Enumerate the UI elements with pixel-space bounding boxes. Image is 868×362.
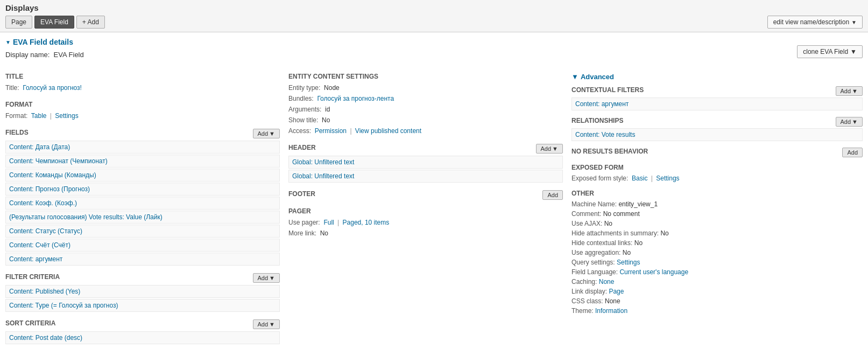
edit-view-name-button[interactable]: edit view name/description ▼ — [767, 16, 863, 29]
tab-eva-field[interactable]: EVA Field — [34, 16, 74, 29]
eva-field-details-title: ▼ EVA Field details — [5, 38, 84, 46]
title-row: Title: Голосуй за прогноз! — [5, 82, 280, 93]
access-view-published-link[interactable]: View published content — [355, 127, 421, 135]
no-results-header: NO RESULTS BEHAVIOR Add — [571, 148, 863, 157]
list-item[interactable]: Content: Счёт (Счёт) — [5, 239, 280, 252]
table-row: Hide attachments in summary: No — [571, 228, 863, 238]
middle-column: ENTITY CONTENT SETTINGS Entity type: Nod… — [288, 73, 563, 352]
format-section: FORMAT Format: Table | Settings — [5, 101, 280, 121]
access-row: Access: Permission | View published cont… — [288, 126, 563, 136]
columns-wrapper: TITLE Title: Голосуй за прогноз! FORMAT … — [5, 73, 863, 352]
filter-criteria-add-button[interactable]: Add ▼ — [253, 273, 280, 283]
entity-content-heading: ENTITY CONTENT SETTINGS — [288, 73, 563, 80]
footer-section-header: FOOTER Add — [288, 190, 563, 200]
filter-list: Content: Published (Yes)Content: Type (=… — [5, 285, 280, 312]
bundles-link[interactable]: Голосуй за прогноз-лента — [317, 95, 394, 102]
exposed-form-basic-link[interactable]: Basic — [632, 175, 647, 182]
format-table-link[interactable]: Table — [31, 112, 47, 120]
table-row: Machine Name: entity_view_1 — [571, 199, 863, 209]
table-row: Use AJAX: No — [571, 219, 863, 228]
other-value-link[interactable]: Settings — [617, 259, 640, 266]
footer-heading: FOOTER — [288, 190, 315, 198]
exposed-form-section: EXPOSED FORM Exposed form style: Basic |… — [571, 164, 863, 183]
header-add-button[interactable]: Add ▼ — [536, 144, 563, 154]
other-value-link[interactable]: Current user's language — [619, 268, 688, 276]
main-content: ▼ EVA Field details Display name: EVA Fi… — [0, 32, 868, 357]
clone-eva-field-button[interactable]: clone EVA Field ▼ — [797, 45, 863, 58]
other-value: No — [604, 220, 612, 227]
pager-paged-link[interactable]: Paged, 10 items — [343, 219, 390, 226]
table-row: Theme: Information — [571, 306, 863, 316]
format-row: Format: Table | Settings — [5, 110, 280, 121]
other-value: No — [634, 239, 643, 247]
access-permission-link[interactable]: Permission — [315, 127, 347, 135]
relationships-header: RELATIONSHIPS Add ▼ — [571, 117, 863, 127]
list-item[interactable]: Content: Published (Yes) — [5, 285, 280, 298]
filter-criteria-header: FILTER CRITERIA Add ▼ — [5, 273, 280, 283]
table-row: Comment: No comment — [571, 209, 863, 219]
no-results-add-button[interactable]: Add — [842, 148, 863, 157]
list-item[interactable]: Content: Post date (desc) — [5, 331, 280, 344]
sort-criteria-header: SORT CRITERIA Add ▼ — [5, 319, 280, 329]
left-column: TITLE Title: Голосуй за прогноз! FORMAT … — [5, 73, 280, 352]
chevron-down-icon: ▼ — [269, 321, 275, 328]
list-item[interactable]: Content: Статус (Статус) — [5, 225, 280, 238]
format-settings-link[interactable]: Settings — [55, 112, 78, 120]
footer-add-button[interactable]: Add — [542, 190, 563, 200]
other-value-link[interactable]: Page — [609, 288, 624, 295]
eva-field-details-block: ▼ EVA Field details Display name: EVA Fi… — [5, 38, 84, 65]
chevron-down-icon: ▼ — [851, 19, 857, 25]
table-row: Caching: None — [571, 277, 863, 287]
other-value: entity_view_1 — [618, 200, 658, 208]
relationships-section: RELATIONSHIPS Add ▼ Content: Vote result… — [571, 117, 863, 141]
sort-criteria-add-button[interactable]: Add ▼ — [253, 319, 280, 329]
list-item[interactable]: Content: Чемпионат (Чемпионат) — [5, 155, 280, 168]
relationships-item[interactable]: Content: Vote results — [571, 128, 863, 141]
no-results-section: NO RESULTS BEHAVIOR Add — [571, 148, 863, 157]
fields-add-button[interactable]: Add ▼ — [253, 129, 280, 138]
add-display-button[interactable]: + Add — [76, 16, 105, 29]
contextual-filters-item[interactable]: Content: аргумент — [571, 98, 863, 110]
table-row: Hide contextual links: No — [571, 238, 863, 248]
relationships-add-button[interactable]: Add ▼ — [836, 117, 863, 127]
list-item[interactable]: Content: Дата (Дата) — [5, 141, 280, 154]
other-value-link[interactable]: Information — [595, 307, 627, 315]
list-item[interactable]: Global: Unfiltered text — [288, 156, 563, 169]
sort-criteria-heading: SORT CRITERIA — [5, 319, 55, 327]
use-pager-row: Use pager: Full | Paged, 10 items — [288, 217, 563, 228]
fields-section-header: FIELDS Add ▼ — [5, 129, 280, 138]
contextual-filters-add-button[interactable]: Add ▼ — [836, 86, 863, 96]
display-name-row: Display name: EVA Field — [5, 51, 84, 59]
entity-type-row: Entity type: Node — [288, 82, 563, 93]
bundles-row: Bundles: Голосуй за прогноз-лента — [288, 93, 563, 104]
fields-list: Content: Дата (Дата)Content: Чемпионат (… — [5, 141, 280, 266]
other-value-link[interactable]: None — [599, 278, 615, 286]
exposed-form-style-row: Exposed form style: Basic | Settings — [571, 173, 863, 183]
more-link-row: More link: No — [288, 228, 563, 239]
fields-heading: FIELDS — [5, 129, 29, 136]
other-section: OTHER Machine Name: entity_view_1Comment… — [571, 190, 863, 316]
contextual-filters-section: CONTEXTUAL FILTERS Add ▼ Content: аргуме… — [571, 86, 863, 110]
other-value: No — [623, 249, 631, 256]
triangle-icon: ▼ — [5, 39, 11, 45]
pager-section: PAGER Use pager: Full | Paged, 10 items … — [288, 207, 563, 239]
exposed-form-settings-link[interactable]: Settings — [656, 175, 679, 182]
exposed-form-heading: EXPOSED FORM — [571, 164, 863, 171]
list-item[interactable]: Global: Unfiltered text — [288, 170, 563, 183]
list-item[interactable]: Content: Команды (Команды) — [5, 169, 280, 182]
title-value-link[interactable]: Голосуй за прогноз! — [23, 84, 82, 92]
list-item[interactable]: Content: аргумент — [5, 253, 280, 266]
right-column: ▼ Advanced CONTEXTUAL FILTERS Add ▼ Cont… — [571, 73, 863, 352]
list-item[interactable]: Content: Type (= Голосуй за прогноз) — [5, 299, 280, 312]
other-value: None — [605, 297, 620, 305]
tab-page[interactable]: Page — [5, 16, 32, 29]
header-heading: HEADER — [288, 144, 316, 151]
header-section: HEADER Add ▼ Global: Unfiltered textGlob… — [288, 144, 563, 183]
pager-full-link[interactable]: Full — [323, 219, 334, 226]
table-row: Use aggregation: No — [571, 248, 863, 257]
table-row: Field Language: Current user's language — [571, 267, 863, 277]
list-item[interactable]: Content: Прогноз (Прогноз) — [5, 183, 280, 196]
list-item[interactable]: (Результаты голосования) Vote results: V… — [5, 211, 280, 224]
contextual-filters-heading: CONTEXTUAL FILTERS — [571, 86, 644, 94]
list-item[interactable]: Content: Коэф. (Коэф.) — [5, 197, 280, 210]
